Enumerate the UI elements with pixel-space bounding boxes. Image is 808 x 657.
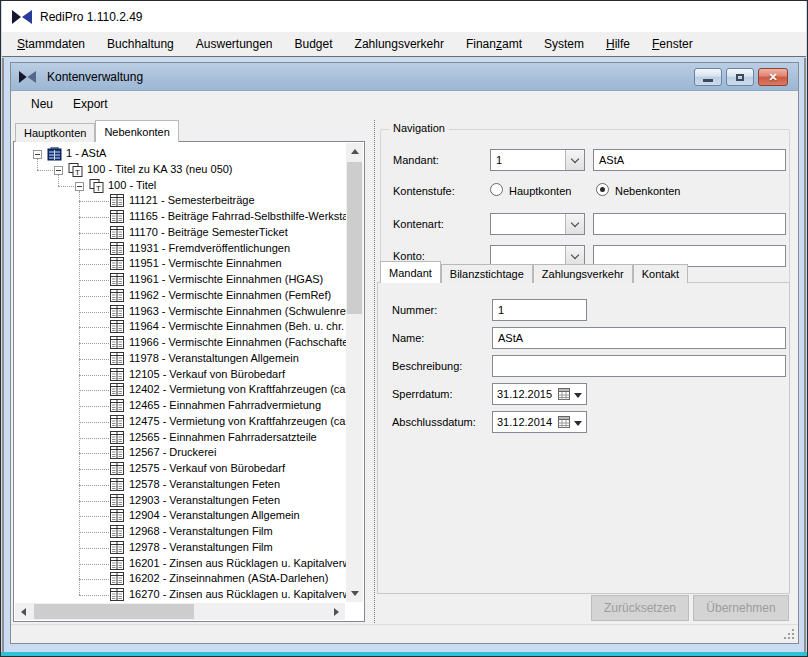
konto-icon: [110, 525, 124, 541]
restore-button[interactable]: [726, 68, 754, 86]
tree-item[interactable]: 12465 - Einnahmen Fahrradvermietung: [15, 398, 346, 414]
menu-item-budget[interactable]: Budget: [284, 32, 344, 56]
tree-guide-line: [79, 249, 109, 250]
app-titlebar: RediPro 1.110.2.49: [2, 1, 806, 32]
vertical-scroll-thumb[interactable]: [347, 162, 362, 314]
tree-item[interactable]: 11966 - Vermischte Einnahmen (Fachschaft…: [15, 335, 346, 351]
tree-guide-line: [79, 422, 109, 423]
tab-mandant[interactable]: Mandant: [380, 261, 441, 283]
tree-item-label: 1 - AStA: [66, 147, 106, 159]
tree-item[interactable]: 11961 - Vermischte Einnahmen (HGAS): [15, 272, 346, 288]
tree-item[interactable]: 11963 - Vermischte Einnahmen (Schwulenre…: [15, 304, 346, 320]
radio-nebenkonten[interactable]: [596, 183, 609, 196]
tree-item[interactable]: 11931 - Fremdveröffentlichungen: [15, 241, 346, 257]
menu-item-finanzamt[interactable]: Finanzamt: [455, 32, 533, 56]
scroll-down-button[interactable]: [346, 585, 363, 602]
tab-hauptkonten[interactable]: Hauptkonten: [15, 123, 95, 142]
window-menu-item-neu[interactable]: Neu: [21, 92, 63, 116]
menu-item-stammdaten[interactable]: Stammdaten: [6, 32, 96, 56]
tree-item[interactable]: 11951 - Vermischte Einnahmen: [15, 256, 346, 272]
mandant-combo[interactable]: 1: [490, 149, 585, 171]
window-titlebar[interactable]: Kontenverwaltung ✕: [11, 63, 798, 91]
dropdown-arrow-icon[interactable]: [574, 393, 582, 398]
reset-button[interactable]: Zurücksetzen: [591, 595, 689, 621]
collapse-expander-icon[interactable]: [54, 166, 63, 175]
tab-nebenkonten[interactable]: Nebenkonten: [95, 120, 178, 142]
tree-item[interactable]: T100 - Titel zu KA 33 (neu 050): [15, 162, 346, 178]
apply-button[interactable]: Übernehmen: [693, 595, 789, 621]
horizontal-scroll-thumb[interactable]: [34, 604, 194, 619]
scroll-up-button[interactable]: [346, 143, 363, 160]
combo-dropdown-button[interactable]: [565, 150, 584, 170]
sperrdatum-picker[interactable]: 31.12.2015: [492, 383, 587, 405]
kontenart-field[interactable]: [593, 213, 786, 235]
abschlussdatum-picker[interactable]: 31.12.2014: [492, 411, 587, 433]
menu-item-auswertungen[interactable]: Auswertungen: [185, 32, 284, 56]
menu-item-hilfe[interactable]: Hilfe: [595, 32, 641, 56]
tree-horizontal-scrollbar[interactable]: [15, 603, 345, 620]
tree-item[interactable]: 12565 - Einnahmen Fahrradersatzteile: [15, 430, 346, 446]
resize-grip-icon[interactable]: [792, 637, 794, 639]
tree-guide-line: [79, 595, 109, 596]
tree-item[interactable]: 11121 - Semesterbeiträge: [15, 193, 346, 209]
konto-icon: [110, 289, 124, 305]
beschreibung-label: Beschreibung:: [392, 360, 462, 372]
tree-item-label: 12465 - Einnahmen Fahrradvermietung: [129, 399, 321, 411]
konto-icon: [110, 226, 124, 242]
tree-item[interactable]: 12904 - Veranstaltungen Allgemein: [15, 508, 346, 524]
radio-hauptkonten[interactable]: [490, 183, 503, 196]
tree-item[interactable]: 16202 - Zinseinnahmen (AStA-Darlehen): [15, 571, 346, 587]
pane-splitter[interactable]: [374, 120, 375, 625]
collapse-expander-icon[interactable]: [75, 182, 84, 191]
close-button[interactable]: ✕: [758, 68, 788, 86]
dropdown-arrow-icon[interactable]: [574, 421, 582, 426]
tree-guide-line: [79, 343, 109, 344]
tree-item[interactable]: T100 - Titel: [15, 178, 346, 194]
tree-item[interactable]: 12105 - Verkauf von Bürobedarf: [15, 367, 346, 383]
detail-tab-strip: MandantBilanzstichtageZahlungsverkehrKon…: [380, 261, 688, 283]
konto-icon: [110, 415, 124, 431]
tree-item[interactable]: 11978 - Veranstaltungen Allgemein: [15, 351, 346, 367]
tree-item[interactable]: 12575 - Verkauf von Bürobedarf: [15, 461, 346, 477]
tree-item[interactable]: 12578 - Veranstaltungen Feten: [15, 477, 346, 493]
minimize-icon: [703, 79, 713, 82]
tree-item[interactable]: 1 - AStA: [15, 146, 346, 162]
tree-item[interactable]: 11165 - Beiträge Fahrrad-Selbsthilfe-Wer…: [15, 209, 346, 225]
combo-dropdown-button[interactable]: [565, 214, 584, 234]
tree-item[interactable]: 16201 - Zinsen aus Rücklagen u. Kapitalv…: [15, 556, 346, 572]
tab-kontakt[interactable]: Kontakt: [633, 264, 688, 283]
tree-item-label: 11963 - Vermischte Einnahmen (Schwulenre…: [129, 305, 346, 317]
menu-item-zahlungsverkehr[interactable]: Zahlungsverkehr: [344, 32, 455, 56]
tree-item[interactable]: 12402 - Vermietung von Kraftfahrzeugen (…: [15, 382, 346, 398]
tree-item[interactable]: 16270 - Zinsen aus Rücklagen u. Kapitalv…: [15, 587, 346, 603]
tree-item[interactable]: 11962 - Vermischte Einnahmen (FemRef): [15, 288, 346, 304]
abschlussdatum-label: Abschlussdatum:: [392, 416, 476, 428]
mandant-name-field[interactable]: [593, 149, 786, 171]
tree-vertical-scrollbar[interactable]: [346, 143, 363, 602]
tree-guide-line: [79, 296, 109, 297]
tab-bilanzstichtage[interactable]: Bilanzstichtage: [441, 264, 533, 283]
tree-item[interactable]: 12475 - Vermietung von Kraftfahrzeugen (…: [15, 414, 346, 430]
scroll-right-button[interactable]: [328, 603, 345, 620]
menu-item-fenster[interactable]: Fenster: [641, 32, 704, 56]
tree-item[interactable]: 12903 - Veranstaltungen Feten: [15, 493, 346, 509]
nummer-input[interactable]: [492, 299, 587, 321]
beschreibung-input[interactable]: [492, 355, 786, 377]
tree-item[interactable]: 11170 - Beiträge SemesterTicket: [15, 225, 346, 241]
tree-item[interactable]: 12978 - Veranstaltungen Film: [15, 540, 346, 556]
menu-item-buchhaltung[interactable]: Buchhaltung: [96, 32, 185, 56]
tree-item[interactable]: 12567 - Druckerei: [15, 445, 346, 461]
kontenart-combo[interactable]: [490, 213, 585, 235]
menu-item-system[interactable]: System: [533, 32, 595, 56]
tree-guide-line: [79, 201, 109, 202]
navigation-title: Navigation: [389, 122, 449, 134]
tree-item[interactable]: 11964 - Vermischte Einnahmen (Beh. u. ch…: [15, 319, 346, 335]
tab-zahlungsverkehr[interactable]: Zahlungsverkehr: [533, 264, 633, 283]
tree-item[interactable]: 12968 - Veranstaltungen Film: [15, 524, 346, 540]
minimize-button[interactable]: [694, 68, 722, 86]
name-input[interactable]: [492, 327, 786, 349]
collapse-expander-icon[interactable]: [33, 150, 42, 159]
tree-item-label: 11931 - Fremdveröffentlichungen: [129, 242, 290, 254]
window-menu-item-export[interactable]: Export: [63, 92, 118, 116]
scroll-left-button[interactable]: [15, 603, 32, 620]
